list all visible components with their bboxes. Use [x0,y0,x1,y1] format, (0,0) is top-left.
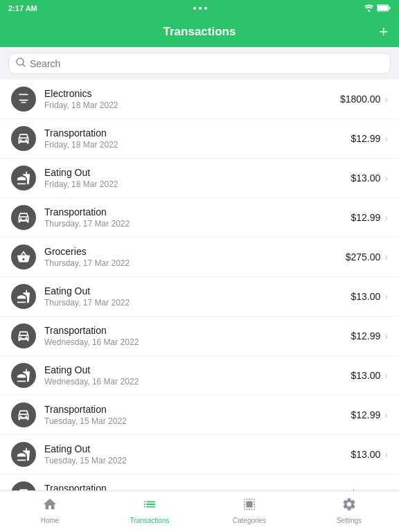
tab-settings-label: Settings [337,517,362,524]
transaction-item[interactable]: Eating Out Thursday, 17 Mar 2022 $13.00 … [0,277,399,317]
categories-icon [242,497,257,515]
transaction-name: Transportation [44,206,351,218]
transaction-info: Transportation Tuesday, 15 Mar 2022 [44,404,351,426]
transportation-icon [11,402,36,427]
svg-rect-3 [378,6,388,10]
transaction-date: Wednesday, 16 Mar 2022 [44,377,351,387]
transaction-date: Thursday, 17 Mar 2022 [44,219,351,229]
search-bar-container [0,47,399,80]
transaction-date: Friday, 18 Mar 2022 [44,100,340,110]
transaction-date: Wednesday, 16 Mar 2022 [44,337,351,347]
chevron-right-icon: › [384,133,388,144]
header: Transactions + [0,17,399,47]
svg-point-13 [26,416,28,418]
transaction-list: Electronics Friday, 18 Mar 2022 $1800.00… [0,80,399,490]
transaction-info: Groceries Thursday, 17 Mar 2022 [44,246,346,268]
transaction-amount: $13.00 [351,370,381,381]
svg-point-7 [26,139,28,141]
eating-out-icon [11,284,36,309]
transaction-item[interactable]: Eating Out Tuesday, 15 Mar 2022 $13.00 › [0,435,399,475]
status-dot-1 [193,7,196,10]
transaction-amount: $12.99 [351,409,381,420]
tab-home[interactable]: Home [0,491,100,529]
status-dot-3 [204,7,207,10]
eating-out-icon [11,166,36,190]
tab-transactions[interactable]: Transactions [100,491,200,529]
transaction-info: Transportation Monday, 14 Mar 2022 [44,483,351,490]
transaction-info: Transportation Friday, 18 Mar 2022 [44,127,351,150]
transaction-info: Eating Out Thursday, 17 Mar 2022 [44,285,351,308]
svg-point-11 [26,337,28,339]
transaction-name: Transportation [44,325,351,336]
svg-line-5 [23,64,25,66]
transaction-amount: $275.00 [346,251,381,263]
tab-categories[interactable]: Categories [200,491,299,529]
transportation-icon [11,323,36,348]
page-title: Transactions [163,25,236,39]
svg-point-0 [368,10,370,12]
transaction-info: Electronics Friday, 18 Mar 2022 [44,88,340,110]
transaction-info: Transportation Wednesday, 16 Mar 2022 [44,325,351,347]
eating-out-icon [11,363,36,388]
chevron-right-icon: › [384,409,388,420]
status-time: 2:17 AM [8,4,37,12]
transaction-date: Thursday, 17 Mar 2022 [44,298,351,308]
transaction-date: Tuesday, 15 Mar 2022 [44,456,351,466]
transaction-amount: $13.00 [351,291,381,302]
eating-out-icon [11,442,36,467]
groceries-icon [11,245,36,269]
chevron-right-icon: › [384,251,388,263]
transportation-icon [11,481,36,490]
search-wrapper [8,53,391,74]
transaction-name: Electronics [44,88,340,99]
transaction-date: Friday, 18 Mar 2022 [44,140,351,150]
transaction-amount: $12.99 [351,330,381,342]
transaction-date: Thursday, 17 Mar 2022 [44,258,346,268]
status-bar: 2:17 AM [0,0,399,17]
svg-point-10 [20,337,22,339]
transaction-info: Eating Out Tuesday, 15 Mar 2022 [44,443,351,466]
transaction-info: Eating Out Wednesday, 16 Mar 2022 [44,364,351,387]
tab-categories-label: Categories [233,517,266,524]
transaction-item[interactable]: Transportation Tuesday, 15 Mar 2022 $12.… [0,396,399,435]
home-icon [42,497,57,515]
transaction-amount: $12.99 [351,212,381,223]
svg-point-9 [26,218,28,220]
transaction-amount: $1800.00 [340,94,380,105]
transaction-item[interactable]: Transportation Wednesday, 16 Mar 2022 $1… [0,317,399,356]
transaction-item[interactable]: Transportation Friday, 18 Mar 2022 $12.9… [0,119,399,159]
search-icon [16,57,26,69]
transportation-icon [11,126,36,151]
transaction-item[interactable]: Transportation Thursday, 17 Mar 2022 $12… [0,198,399,238]
svg-point-6 [20,139,22,141]
settings-icon [342,497,357,515]
chevron-right-icon: › [384,172,388,184]
electronics-icon [11,87,36,112]
tab-transactions-label: Transactions [130,517,170,524]
transaction-item[interactable]: Electronics Friday, 18 Mar 2022 $1800.00… [0,80,399,119]
svg-point-8 [20,218,22,220]
transaction-item[interactable]: Groceries Thursday, 17 Mar 2022 $275.00 … [0,238,399,277]
chevron-right-icon: › [384,330,388,342]
wifi-icon [364,4,374,13]
status-dot-2 [199,7,202,10]
transaction-date: Friday, 18 Mar 2022 [44,179,351,189]
transaction-item[interactable]: Transportation Monday, 14 Mar 2022 $12.9… [0,475,399,490]
transaction-amount: $13.00 [351,172,381,184]
transaction-amount: $12.99 [351,133,381,144]
add-transaction-button[interactable]: + [379,24,388,39]
status-right [364,4,391,13]
transaction-name: Groceries [44,246,346,257]
transaction-name: Eating Out [44,443,351,454]
transaction-info: Transportation Thursday, 17 Mar 2022 [44,206,351,229]
status-center [193,7,207,10]
tab-bar: Home Transactions Categories Settings [0,490,399,532]
svg-point-12 [20,416,22,418]
transaction-info: Eating Out Friday, 18 Mar 2022 [44,167,351,189]
battery-icon [377,4,391,13]
tab-settings[interactable]: Settings [299,491,399,529]
search-input[interactable] [30,58,383,69]
transaction-item[interactable]: Eating Out Wednesday, 16 Mar 2022 $13.00… [0,356,399,396]
transaction-item[interactable]: Eating Out Friday, 18 Mar 2022 $13.00 › [0,159,399,198]
chevron-right-icon: › [384,291,388,302]
